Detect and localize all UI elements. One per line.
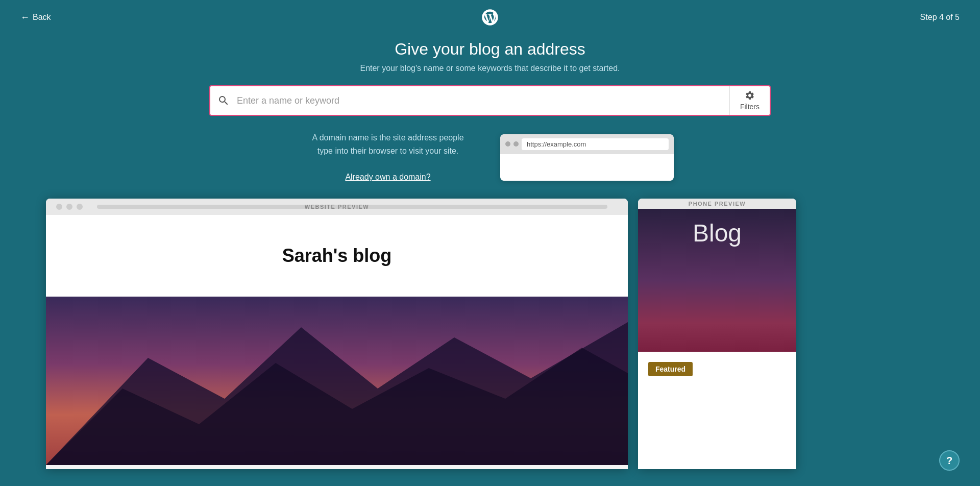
website-preview-titlebar: WEBSITE PREVIEW xyxy=(46,199,628,215)
help-button[interactable]: ? xyxy=(939,450,960,471)
filters-label: Filters xyxy=(740,103,760,111)
phone-preview: PHONE PREVIEW Blog Featured xyxy=(638,199,796,469)
previews-section: WEBSITE PREVIEW Sarah's blog PHONE PREVI… xyxy=(0,199,980,469)
phone-preview-label: PHONE PREVIEW xyxy=(689,201,746,207)
search-input[interactable] xyxy=(237,95,729,106)
browser-dot-2 xyxy=(513,141,519,147)
back-button[interactable]: ← Back xyxy=(20,12,51,23)
domain-info-section: A domain name is the site address people… xyxy=(209,131,771,183)
wordpress-logo xyxy=(481,8,499,27)
website-hero-image xyxy=(46,297,628,465)
browser-bar: https://example.com xyxy=(500,134,674,154)
gear-icon xyxy=(745,90,755,101)
search-icon xyxy=(217,94,230,107)
mountain-silhouette xyxy=(46,297,628,465)
browser-url-bar: https://example.com xyxy=(522,138,669,150)
filters-button[interactable]: Filters xyxy=(729,86,770,115)
back-arrow-icon: ← xyxy=(20,12,30,23)
browser-dot-1 xyxy=(505,141,510,147)
website-blog-title: Sarah's blog xyxy=(282,245,392,266)
phone-featured-section: Featured xyxy=(638,352,796,386)
featured-badge: Featured xyxy=(648,362,693,376)
browser-content-area xyxy=(500,154,674,181)
domain-description: A domain name is the site address people… xyxy=(306,131,470,183)
step-indicator: Step 4 of 5 xyxy=(920,13,960,22)
already-own-domain-link[interactable]: Already own a domain? xyxy=(345,173,430,181)
header: ← Back Step 4 of 5 xyxy=(0,0,980,35)
main-content: Give your blog an address Enter your blo… xyxy=(0,35,980,199)
page-title: Give your blog an address xyxy=(395,40,585,59)
phone-hero: Blog xyxy=(638,209,796,352)
phone-preview-titlebar: PHONE PREVIEW xyxy=(638,199,796,209)
titlebar-dot-2 xyxy=(66,204,72,210)
website-preview: WEBSITE PREVIEW Sarah's blog xyxy=(46,199,628,469)
search-icon-wrap xyxy=(210,94,237,107)
search-bar: Filters xyxy=(209,85,771,116)
help-icon: ? xyxy=(946,455,952,467)
titlebar-dot-1 xyxy=(56,204,62,210)
page-subtitle: Enter your blog's name or some keywords … xyxy=(360,64,620,73)
back-label: Back xyxy=(33,13,51,22)
website-preview-label: WEBSITE PREVIEW xyxy=(305,204,369,210)
website-white-area: Sarah's blog xyxy=(46,215,628,297)
phone-blog-text: Blog xyxy=(693,219,742,247)
browser-mockup: https://example.com xyxy=(500,134,674,181)
titlebar-dot-3 xyxy=(77,204,83,210)
